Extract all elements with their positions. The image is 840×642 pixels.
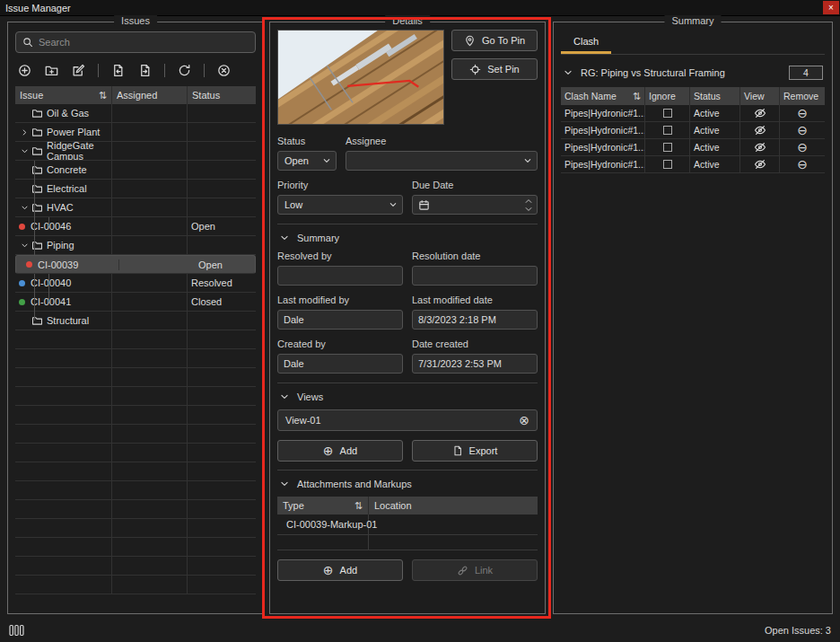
toolbar-separator <box>98 64 99 77</box>
due-date-picker[interactable] <box>412 195 538 215</box>
views-section-header[interactable]: Views <box>279 391 538 402</box>
row-label: CI-00040 <box>31 277 71 288</box>
date-spinner[interactable] <box>524 198 533 212</box>
expander-expanded-icon[interactable] <box>19 146 31 156</box>
issue-tree-row-hvac[interactable]: HVAC <box>15 198 256 217</box>
remove-clash-icon[interactable]: ⊖ <box>797 124 808 136</box>
folder-icon <box>31 240 43 251</box>
remove-view-icon[interactable]: ⊗ <box>519 414 529 427</box>
clash-status: Active <box>694 125 720 136</box>
sort-icon[interactable]: ⇅ <box>633 91 641 102</box>
column-header-clash-name[interactable]: Clash Name⇅ <box>561 87 645 105</box>
add-folder-button[interactable] <box>44 63 59 78</box>
issue-tree-row-structural[interactable]: Structural <box>15 312 256 330</box>
chevron-down-icon <box>279 391 290 402</box>
date-created-field[interactable] <box>412 354 538 374</box>
ignore-checkbox[interactable] <box>663 109 672 118</box>
attachments-table: Type⇅ Location CI-00039-Markup-01 <box>277 497 538 550</box>
section-separator <box>277 383 538 383</box>
remove-clash-icon[interactable]: ⊖ <box>797 107 808 119</box>
clear-filter-button[interactable] <box>216 63 232 78</box>
close-button[interactable]: × <box>823 1 839 14</box>
clash-table-header: Clash Name⇅ Ignore Status View Remove <box>561 87 825 105</box>
issue-tree-row-ridgegate[interactable]: RidgeGate Campus <box>15 142 256 161</box>
created-by-field[interactable] <box>277 354 403 374</box>
issues-panel-title: Issues <box>114 15 157 26</box>
summary-section-header[interactable]: Summary <box>279 233 538 243</box>
last-modified-date-field[interactable] <box>412 310 538 330</box>
clash-row[interactable]: Pipes|Hydronic#1... Active ⊖ <box>561 105 825 122</box>
issue-row-ci-00041[interactable]: CI-00041 Closed <box>15 293 256 312</box>
attachments-section-header[interactable]: Attachments and Markups <box>279 479 538 489</box>
view-item[interactable]: View-01 ⊗ <box>277 409 538 431</box>
column-header-location[interactable]: Location <box>369 497 538 514</box>
sort-icon[interactable]: ⇅ <box>354 500 363 512</box>
edit-issue-button[interactable] <box>71 63 86 78</box>
issue-row-ci-00039-selected[interactable]: CI-00039 Open <box>15 255 256 274</box>
tab-clash[interactable]: Clash <box>561 33 611 54</box>
crosshair-icon <box>469 64 481 75</box>
column-header-remove[interactable]: Remove <box>780 87 825 105</box>
remove-clash-icon[interactable]: ⊖ <box>797 158 808 171</box>
add-attachment-button[interactable]: ⊕Add <box>277 559 403 581</box>
ignore-checkbox[interactable] <box>663 143 672 152</box>
ignore-checkbox[interactable] <box>663 126 672 135</box>
issue-tree-row-concrete[interactable]: Concrete <box>15 161 256 180</box>
tree-guide-line <box>34 161 35 321</box>
import-issues-button[interactable] <box>110 63 126 78</box>
column-header-ignore[interactable]: Ignore <box>645 87 690 105</box>
spinner-down-icon[interactable] <box>524 207 533 212</box>
issue-row-ci-00040[interactable]: CI-00040 Resolved <box>15 274 256 293</box>
circle-plus-icon <box>18 64 31 77</box>
column-header-view[interactable]: View <box>740 87 780 105</box>
last-modified-by-field[interactable] <box>277 310 403 330</box>
column-header-issue[interactable]: Issue⇅ <box>15 86 112 104</box>
set-pin-button[interactable]: Set Pin <box>451 58 538 80</box>
export-issues-button[interactable] <box>137 63 153 78</box>
issue-tree-row-oil-gas[interactable]: Oil & Gas <box>15 104 256 123</box>
expander-expanded-icon[interactable] <box>19 241 31 251</box>
eye-slash-icon[interactable] <box>754 124 766 136</box>
clash-count-badge: 4 <box>789 66 823 80</box>
spinner-up-icon[interactable] <box>524 198 533 204</box>
issue-row-ci-00046[interactable]: CI-00046 Open <box>15 217 256 236</box>
link-attachment-button[interactable]: Link <box>412 559 538 581</box>
circle-x-icon <box>217 64 231 77</box>
resolved-by-field[interactable] <box>277 266 403 286</box>
expander-collapsed-icon[interactable] <box>19 128 31 137</box>
eye-slash-icon[interactable] <box>754 141 766 154</box>
issue-tree-row-electrical[interactable]: Electrical <box>15 180 256 198</box>
refresh-button[interactable] <box>177 63 192 78</box>
attachment-row[interactable]: CI-00039-Markup-01 <box>277 514 538 535</box>
assignee-select[interactable] <box>346 151 538 171</box>
go-to-pin-button[interactable]: Go To Pin <box>451 30 538 51</box>
search-box[interactable] <box>15 31 256 53</box>
clash-row[interactable]: Pipes|Hydronic#1... Active ⊖ <box>561 139 825 156</box>
add-view-button[interactable]: ⊕Add <box>277 440 403 462</box>
clash-group-header[interactable]: RG: Piping vs Structural Framing 4 <box>561 62 825 84</box>
add-issue-button[interactable] <box>17 63 32 78</box>
expander-expanded-icon[interactable] <box>19 203 31 213</box>
clash-row[interactable]: Pipes|Hydronic#1... Active ⊖ <box>561 122 825 139</box>
column-header-status[interactable]: Status <box>690 87 740 105</box>
panel-layout-icon[interactable] <box>9 624 24 637</box>
status-select[interactable]: Open <box>277 151 337 171</box>
ignore-checkbox[interactable] <box>663 160 672 169</box>
eye-slash-icon[interactable] <box>754 107 766 119</box>
issue-tree-row-power-plant[interactable]: Power Plant <box>15 123 256 142</box>
column-header-assigned[interactable]: Assigned <box>112 86 188 104</box>
column-header-type[interactable]: Type⇅ <box>277 497 369 514</box>
eye-slash-icon[interactable] <box>754 158 766 171</box>
clash-row[interactable]: Pipes|Hydronic#1... Active ⊖ <box>561 156 825 173</box>
resolution-date-field[interactable] <box>412 266 538 286</box>
search-input[interactable] <box>39 37 249 48</box>
column-header-status[interactable]: Status <box>188 86 256 104</box>
priority-select[interactable]: Low <box>277 195 403 215</box>
row-label: Power Plant <box>47 127 100 137</box>
issue-tree-row-piping[interactable]: Piping <box>15 236 256 255</box>
remove-clash-icon[interactable]: ⊖ <box>797 141 808 154</box>
export-view-button[interactable]: Export <box>412 440 538 462</box>
attachment-row-empty <box>277 535 538 550</box>
sort-icon[interactable]: ⇅ <box>99 90 107 101</box>
row-label: Piping <box>47 240 74 251</box>
